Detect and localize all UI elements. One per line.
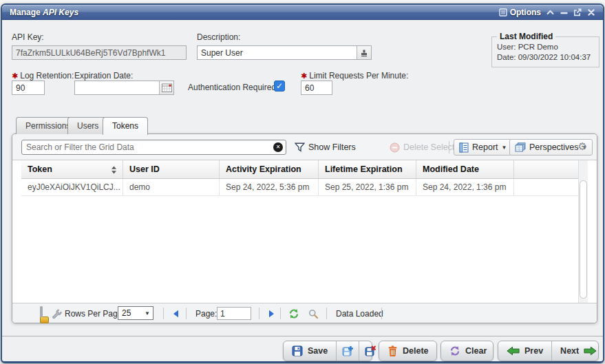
next-button[interactable]: Next (551, 341, 605, 361)
save-new-floppy-icon (342, 345, 353, 356)
grid-footer: Rows Per Page: 25 ▼ Page: Data Loaded (12, 303, 597, 323)
token-row[interactable]: eyJ0eXAiOiJKV1QiLCJ... demo Sep 24, 2022… (21, 179, 580, 196)
previous-page-button[interactable] (173, 303, 179, 323)
bottom-action-bar: Save Delete Clear Prev (2, 336, 603, 361)
log-retention-label: ✱Log Retention: (12, 71, 74, 81)
options-button[interactable]: Options (499, 8, 541, 17)
calendar-button[interactable] (159, 81, 173, 94)
collapse-button[interactable] (545, 8, 555, 17)
gear-icon[interactable]: ⚙ (578, 141, 587, 152)
page-number-input[interactable] (217, 307, 251, 320)
prev-next-group: Prev Next (498, 341, 599, 361)
chevron-up-icon (546, 10, 554, 15)
last-modified-legend: Last Modified (497, 32, 555, 41)
trash-icon (388, 345, 398, 356)
grid-scrollbar-track[interactable] (578, 160, 588, 303)
delete-button-wrap: Delete (379, 341, 437, 361)
options-list-icon (499, 8, 507, 17)
grid-toolbar: ✕ Show Filters Delete Selected Report ▼ … (12, 134, 597, 160)
clear-search-icon[interactable]: ✕ (273, 142, 283, 152)
api-key-label: API Key: (12, 32, 44, 42)
description-field[interactable] (197, 45, 372, 60)
rows-per-page-select[interactable]: 25 ▼ (118, 306, 153, 320)
sort-icon[interactable] (111, 166, 117, 174)
grid-header-row: Token User ID Activity Expiration Lifeti… (21, 160, 580, 179)
limit-requests-label: ✱Limit Requests Per Minute: (301, 71, 408, 81)
limit-requests-field[interactable] (301, 81, 332, 95)
column-header-activity-expiration[interactable]: Activity Expiration (220, 160, 319, 178)
perspectives-icon (515, 142, 526, 152)
window-title-emphasis: API Keys (43, 8, 78, 17)
refresh-button[interactable] (288, 303, 300, 323)
wrench-icon[interactable] (52, 303, 62, 323)
prev-button[interactable]: Prev (498, 341, 551, 361)
arrow-left-icon (507, 346, 520, 356)
show-filters-button[interactable]: Show Filters (295, 139, 356, 156)
manage-api-keys-window: Manage API Keys Options API (1, 3, 604, 363)
cell-modified-date: Sep 24, 2022, 1:36 pm (416, 179, 514, 195)
next-page-button[interactable] (268, 303, 275, 323)
titlebar-controls: Options (499, 5, 596, 20)
column-header-token[interactable]: Token (21, 160, 123, 178)
titlebar: Manage API Keys Options (2, 5, 603, 20)
cell-token: eyJ0eXAiOiJKV1QiLCJ... (21, 179, 123, 195)
grid-scrollbar-thumb[interactable] (580, 180, 587, 299)
cell-activity-expiration: Sep 24, 2022, 5:36 pm (220, 179, 319, 195)
description-label: Description: (197, 32, 240, 42)
column-header-user-id[interactable]: User ID (123, 160, 220, 178)
report-icon (459, 142, 469, 153)
minus-circle-icon (390, 142, 400, 153)
column-header-modified-date[interactable]: Modified Date (416, 160, 514, 178)
popout-button[interactable] (573, 8, 582, 17)
delete-button[interactable]: Delete (379, 341, 437, 361)
minimize-button[interactable] (559, 8, 569, 17)
magnifier-icon[interactable] (308, 303, 318, 323)
filter-funnel-icon (295, 142, 305, 152)
stamp-icon (360, 49, 368, 57)
check-icon: ✓ (276, 81, 283, 91)
options-label: Options (510, 8, 541, 17)
minus-icon (560, 10, 568, 15)
window-title: Manage API Keys (10, 8, 78, 17)
save-button[interactable]: Save (284, 341, 336, 361)
last-modified-box: Last Modified User: PCR Demo Date: 09/30… (491, 32, 599, 67)
last-modified-date: Date: 09/30/2022 10:04:37 (497, 52, 594, 63)
last-modified-user: User: PCR Demo (497, 42, 594, 52)
popout-icon (573, 8, 582, 17)
save-close-floppy-icon (365, 345, 376, 356)
save-floppy-icon (292, 345, 303, 356)
log-retention-field[interactable] (12, 81, 45, 95)
page-label: Page: (195, 303, 217, 323)
cell-lifetime-expiration: Sep 25, 2022, 1:36 pm (319, 179, 416, 195)
tokens-panel: ✕ Show Filters Delete Selected Report ▼ … (12, 133, 597, 323)
clear-refresh-icon (449, 345, 460, 356)
save-button-group: Save (283, 341, 372, 361)
api-key-field[interactable] (12, 45, 187, 60)
chevron-down-icon: ▼ (145, 310, 150, 317)
lock-icon (40, 308, 49, 323)
chevron-down-icon: ▼ (502, 144, 507, 151)
close-icon (588, 9, 595, 16)
save-new-button[interactable] (336, 341, 359, 361)
toolbar-divider (449, 141, 449, 153)
grid-status-text: Data Loaded (336, 303, 383, 323)
grid-search-input[interactable] (21, 140, 286, 155)
clear-button[interactable]: Clear (441, 341, 495, 361)
tab-tokens[interactable]: Tokens (103, 117, 148, 135)
field-tool-button[interactable] (357, 46, 371, 59)
expiration-date-label: Expiration Date: (74, 71, 133, 81)
rows-per-page-label: Rows Per Page: (65, 303, 125, 323)
column-header-lifetime-expiration[interactable]: Lifetime Expiration (319, 160, 416, 178)
column-header-blank (514, 160, 580, 178)
window-title-prefix: Manage (10, 8, 41, 17)
authentication-required-checkbox[interactable]: ✓ (274, 81, 285, 92)
cell-blank (514, 179, 580, 195)
close-button[interactable] (586, 8, 596, 17)
cell-user-id: demo (123, 179, 220, 195)
report-button[interactable]: Report ▼ (454, 139, 512, 156)
required-icon: ✱ (12, 72, 18, 80)
calendar-icon (162, 83, 172, 92)
authentication-required-label: Authentication Required: (188, 83, 278, 92)
clear-button-wrap: Clear (441, 341, 493, 361)
arrow-right-icon (584, 346, 597, 356)
